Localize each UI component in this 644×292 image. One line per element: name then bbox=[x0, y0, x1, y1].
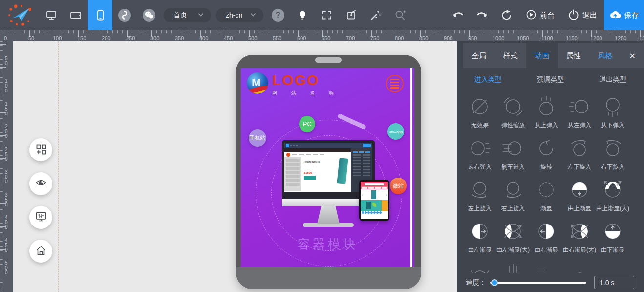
canvas-guide-line bbox=[58, 41, 59, 292]
animation-option-label: 由右渐显 bbox=[535, 246, 558, 254]
ruler-label: 750 bbox=[370, 35, 379, 41]
language-dropdown[interactable]: zh-cn bbox=[216, 8, 263, 22]
phone-device-button[interactable] bbox=[88, 0, 112, 30]
animation-option[interactable]: 右上旋入 bbox=[496, 179, 530, 221]
help-icon: ? bbox=[272, 9, 284, 22]
front-view-button[interactable]: 前台 bbox=[519, 0, 561, 30]
ruler-label: 200 bbox=[5, 124, 8, 139]
panel-subtab-3[interactable]: 退出类型 bbox=[581, 68, 644, 91]
animation-option[interactable]: 由上渐显 bbox=[563, 179, 596, 221]
animation-option[interactable]: 从上弹入 bbox=[530, 96, 563, 137]
panel-tab-2[interactable]: 样式 bbox=[495, 43, 527, 68]
help-button[interactable]: ? bbox=[266, 0, 290, 30]
panel-subtab-1[interactable]: 进入类型 bbox=[457, 68, 519, 91]
animation-option[interactable] bbox=[463, 262, 496, 273]
anim-rotate-tl-icon bbox=[469, 179, 491, 202]
menu-hamburger-icon[interactable] bbox=[386, 75, 404, 92]
exit-button[interactable]: 退出 bbox=[561, 0, 604, 30]
undo-icon bbox=[452, 9, 464, 21]
fullscreen-button[interactable] bbox=[315, 0, 339, 30]
animation-option[interactable]: 由右渐显 bbox=[530, 221, 563, 262]
tablet-device-button[interactable] bbox=[64, 0, 88, 30]
editor-canvas[interactable]: M LOGO 网 站 名 称 手机站PCuni–app微站 bbox=[13, 41, 457, 292]
redo-icon bbox=[476, 9, 488, 21]
animation-option[interactable] bbox=[563, 262, 596, 273]
phone-screen-scrollbar[interactable] bbox=[410, 68, 412, 267]
save-button[interactable]: 保存 bbox=[604, 0, 644, 30]
animation-option[interactable]: 从下弹入 bbox=[596, 96, 629, 137]
display-settings-button[interactable] bbox=[29, 206, 52, 229]
ruler-label: 1000 bbox=[493, 35, 504, 41]
import-button[interactable] bbox=[339, 0, 364, 30]
exit-label: 退出 bbox=[582, 11, 597, 20]
animation-option[interactable]: 从右弹入 bbox=[463, 137, 496, 179]
anim-none-icon bbox=[469, 96, 491, 119]
seo-zoom-button[interactable] bbox=[388, 0, 412, 30]
ruler-label: 350 bbox=[5, 193, 8, 207]
animation-option[interactable]: 弹性缩放 bbox=[496, 96, 530, 137]
animation-option[interactable]: 由右渐显(大) bbox=[563, 221, 596, 262]
anim-fade-from-left-icon bbox=[469, 221, 491, 244]
animation-option[interactable]: 刹车进入 bbox=[496, 137, 530, 179]
panel-tab-4[interactable]: 属性 bbox=[558, 43, 590, 68]
anim-arc-icon bbox=[602, 262, 623, 273]
panel-subtab-2[interactable]: 强调类型 bbox=[519, 68, 582, 91]
anim-in-bottom-icon bbox=[602, 96, 623, 119]
animation-option[interactable] bbox=[530, 262, 563, 273]
desktop-device-button[interactable] bbox=[39, 0, 64, 30]
mini-searchbar bbox=[361, 182, 388, 186]
animation-option[interactable]: 由左渐显(大) bbox=[496, 221, 530, 262]
animation-option[interactable]: 由上渐显(大) bbox=[596, 179, 629, 221]
speed-slider-thumb[interactable] bbox=[491, 279, 498, 286]
home-button[interactable] bbox=[29, 240, 52, 263]
anim-rotate-icon bbox=[536, 137, 557, 161]
animation-option[interactable]: 无效果 bbox=[463, 96, 496, 137]
panel-tab-3[interactable]: 动画 bbox=[526, 43, 558, 68]
device-bubble: 微站 bbox=[390, 178, 407, 194]
container-module-placeholder[interactable]: 容器模块 bbox=[241, 236, 414, 253]
animation-option[interactable] bbox=[596, 262, 629, 273]
close-icon[interactable]: ✕ bbox=[621, 43, 644, 68]
anim-rotate-bl-icon bbox=[569, 137, 590, 161]
animation-option[interactable]: 渐显 bbox=[530, 179, 563, 221]
language-dropdown-value: zh-cn bbox=[226, 11, 242, 19]
page-dropdown[interactable]: 首页 bbox=[164, 8, 211, 22]
animation-option[interactable]: 由左渐显 bbox=[463, 221, 496, 262]
undo-button[interactable] bbox=[446, 0, 470, 30]
redo-button[interactable] bbox=[470, 0, 494, 30]
tablet-icon bbox=[70, 9, 82, 21]
add-module-button[interactable] bbox=[29, 138, 52, 161]
tips-button[interactable] bbox=[290, 0, 315, 30]
home-icon bbox=[35, 245, 47, 258]
animation-option[interactable]: 左下旋入 bbox=[563, 137, 596, 179]
animation-option-label: 左上旋入 bbox=[468, 204, 492, 213]
magic-wand-button[interactable] bbox=[364, 0, 388, 30]
animation-option[interactable]: 从左弹入 bbox=[563, 96, 596, 137]
panel-tab-5[interactable]: 风格 bbox=[589, 43, 621, 68]
display-settings-icon bbox=[35, 211, 47, 225]
speed-slider[interactable] bbox=[490, 282, 586, 284]
site-logo-mark: M bbox=[247, 72, 268, 94]
animation-option[interactable]: 左上旋入 bbox=[463, 179, 496, 221]
ruler-label: 350 bbox=[175, 35, 184, 41]
preview-button[interactable] bbox=[29, 172, 52, 195]
ruler-label: 1150 bbox=[566, 35, 578, 41]
animation-option-label: 由上渐显 bbox=[568, 204, 591, 213]
vertical-ruler: 50100150200250300350400450500 bbox=[0, 41, 13, 292]
ruler-label: 300 bbox=[150, 35, 159, 41]
speed-value-input[interactable]: 1.0 s bbox=[594, 276, 634, 289]
animation-option[interactable]: 由下渐显 bbox=[596, 221, 629, 262]
anim-fade-from-top-big-icon bbox=[602, 179, 623, 202]
ruler-label: 250 bbox=[126, 35, 135, 41]
desktop-icon bbox=[45, 9, 57, 21]
wechat-button[interactable] bbox=[137, 0, 161, 30]
refresh-button[interactable] bbox=[494, 0, 519, 30]
animation-option[interactable]: 旋转 bbox=[530, 137, 563, 179]
animation-option[interactable]: 右下旋入 bbox=[596, 137, 629, 179]
animation-option[interactable] bbox=[496, 262, 530, 273]
panel-tab-1[interactable]: 全局 bbox=[463, 43, 495, 68]
phone-screen[interactable]: M LOGO 网 站 名 称 手机站PCuni–app微站 bbox=[241, 68, 414, 267]
ruler-label: 50 bbox=[28, 35, 34, 41]
ruler-label: 800 bbox=[395, 35, 404, 41]
miniprogram-button[interactable] bbox=[112, 0, 137, 30]
